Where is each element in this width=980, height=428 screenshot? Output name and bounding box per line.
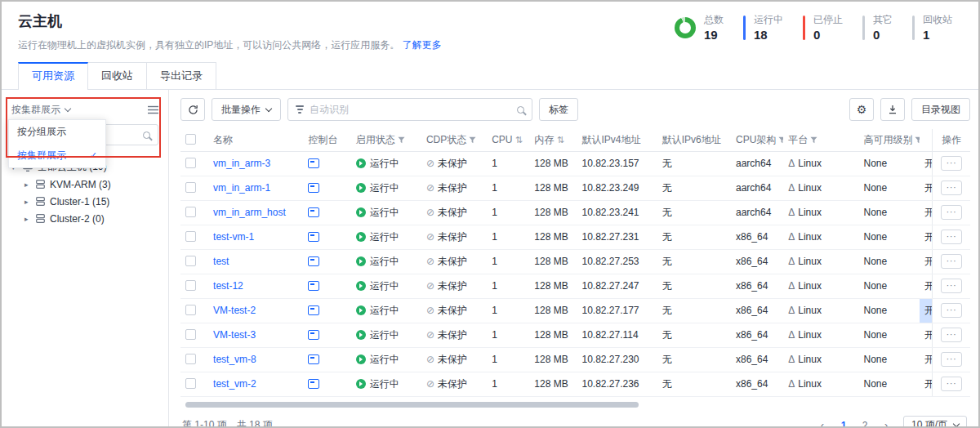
cdp-text: 未保护 (438, 256, 467, 267)
tab-export-records[interactable]: 导出记录 (146, 62, 216, 89)
row-actions-button[interactable]: ··· (941, 352, 962, 367)
row-checkbox[interactable] (185, 256, 196, 266)
row-checkbox[interactable] (185, 354, 196, 364)
console-icon[interactable] (308, 354, 319, 364)
row-actions-button[interactable]: ··· (941, 156, 962, 171)
page-1-button[interactable]: 1 (835, 417, 853, 428)
column-header-cpu[interactable]: CPU ⇅ (487, 129, 529, 151)
stat-1: 运行中18 (735, 13, 795, 42)
filter-icon[interactable] (915, 136, 919, 144)
unprotected-icon: ⊘ (426, 256, 434, 267)
running-status-icon (356, 158, 366, 168)
cpu-cell: 1 (487, 176, 529, 200)
vm-name-link[interactable]: VM-test-2 (213, 305, 256, 316)
row-actions-button[interactable]: ··· (941, 303, 962, 318)
row-actions-button[interactable]: ··· (941, 328, 962, 342)
menu-item-group-view[interactable]: 按分组展示 (9, 120, 105, 144)
sort-icon[interactable]: ⇅ (515, 135, 523, 145)
vm-name-link[interactable]: test_vm-8 (213, 354, 256, 365)
list-view-icon[interactable] (148, 105, 158, 114)
vm-name-link[interactable]: vm_in_arm-3 (213, 158, 270, 169)
console-icon[interactable] (308, 305, 319, 315)
batch-actions-button[interactable]: 批量操作 (212, 98, 281, 121)
tab-available-resources[interactable]: 可用资源 (18, 62, 88, 89)
tree-item-cluster-2[interactable]: ▸ Cluster-2 (0) (2, 210, 168, 227)
row-actions-button[interactable]: ··· (941, 205, 962, 220)
page-size-label: 10 项/页 (911, 418, 947, 428)
vm-name-link[interactable]: test (213, 256, 229, 267)
console-icon[interactable] (308, 207, 319, 217)
column-header-ha[interactable]: 高可用级别 (858, 129, 919, 151)
clipped-cell: 开 (920, 298, 933, 323)
caret-right-icon[interactable]: ▸ (24, 198, 31, 206)
column-header-arch[interactable]: CPU架构 (731, 129, 783, 151)
filter-icon[interactable] (810, 136, 817, 144)
filter-type-icon[interactable] (296, 105, 304, 114)
display-mode-dropdown[interactable]: 按集群展示 (2, 100, 168, 119)
filter-icon[interactable] (398, 136, 405, 144)
prev-page-button[interactable]: ‹ (813, 417, 831, 428)
learn-more-link[interactable]: 了解更多 (403, 39, 442, 51)
filter-icon[interactable] (469, 136, 476, 144)
sort-icon[interactable]: ⇅ (557, 135, 564, 145)
page-description-text: 运行在物理机上的虚拟机实例，具有独立的IP地址，可以访问公共网络，运行应用服务。 (18, 39, 399, 51)
page-size-select[interactable]: 10 项/页 (903, 416, 967, 428)
column-header-checkbox[interactable] (180, 129, 208, 151)
vm-name-link[interactable]: VM-test-3 (213, 329, 256, 341)
menu-item-cluster-view[interactable]: 按集群展示 ✓ (9, 144, 105, 167)
vm-name-link[interactable]: test-vm-1 (213, 231, 254, 243)
console-icon[interactable] (308, 183, 319, 193)
scrollbar-thumb[interactable] (185, 402, 639, 408)
row-actions-button[interactable]: ··· (941, 230, 962, 244)
vm-name-link[interactable]: test-12 (213, 280, 243, 292)
console-icon[interactable] (308, 330, 319, 340)
row-checkbox[interactable] (185, 329, 196, 340)
vm-name-link[interactable]: vm_in_arm-1 (213, 182, 270, 194)
display-mode-label: 按集群展示 (11, 103, 60, 117)
memory-cell: 128 MB (529, 323, 577, 347)
table-search-input[interactable]: 自动识别 (287, 98, 532, 121)
console-icon[interactable] (308, 158, 319, 168)
next-page-button[interactable]: › (877, 417, 895, 428)
column-header-memory[interactable]: 内存 ⇅ (529, 129, 577, 151)
row-checkbox[interactable] (185, 305, 196, 315)
page-title: 云主机 (18, 11, 442, 31)
row-actions-button[interactable]: ··· (941, 181, 962, 195)
page-2-button[interactable]: 2 (856, 417, 874, 428)
select-all-checkbox[interactable] (185, 134, 196, 145)
caret-right-icon[interactable]: ▸ (24, 215, 31, 223)
row-actions-button[interactable]: ··· (941, 254, 962, 269)
vm-name-link[interactable]: test_vm-2 (213, 378, 256, 390)
console-icon[interactable] (308, 281, 319, 291)
settings-button[interactable]: ⚙ (849, 98, 874, 121)
tab-recycle-bin[interactable]: 回收站 (87, 62, 147, 89)
row-checkbox[interactable] (185, 378, 196, 389)
row-checkbox[interactable] (185, 207, 196, 217)
refresh-button[interactable] (180, 98, 205, 121)
row-checkbox[interactable] (185, 280, 196, 291)
ipv4-cell: 10.82.27.231 (577, 225, 657, 249)
row-actions-button[interactable]: ··· (941, 377, 962, 391)
tag-button[interactable]: 标签 (539, 98, 578, 121)
tree-item-cluster-1[interactable]: ▸ Cluster-1 (15) (2, 193, 168, 210)
console-icon[interactable] (308, 256, 319, 266)
console-icon[interactable] (308, 379, 319, 389)
export-button[interactable] (880, 98, 905, 121)
running-status-icon (356, 330, 366, 340)
row-checkbox[interactable] (185, 182, 196, 193)
caret-right-icon[interactable]: ▸ (24, 181, 31, 189)
directory-view-button[interactable]: 目录视图 (911, 98, 970, 121)
column-header-cdp[interactable]: CDP状态 (421, 129, 487, 151)
row-checkbox[interactable] (185, 231, 196, 242)
tree-item-kvm-arm[interactable]: ▸ KVM-ARM (3) (2, 176, 168, 193)
ipv4-cell: 10.82.27.253 (577, 249, 657, 274)
row-actions-button[interactable]: ··· (941, 279, 962, 293)
column-header-platform[interactable]: 平台 (783, 129, 858, 151)
search-icon[interactable] (517, 106, 524, 114)
unprotected-icon: ⊘ (426, 354, 434, 365)
column-header-status[interactable]: 启用状态 (351, 129, 421, 151)
row-checkbox[interactable] (185, 158, 196, 168)
filter-icon[interactable] (778, 136, 783, 144)
console-icon[interactable] (308, 232, 319, 242)
vm-name-link[interactable]: vm_in_arm_host (213, 207, 286, 218)
